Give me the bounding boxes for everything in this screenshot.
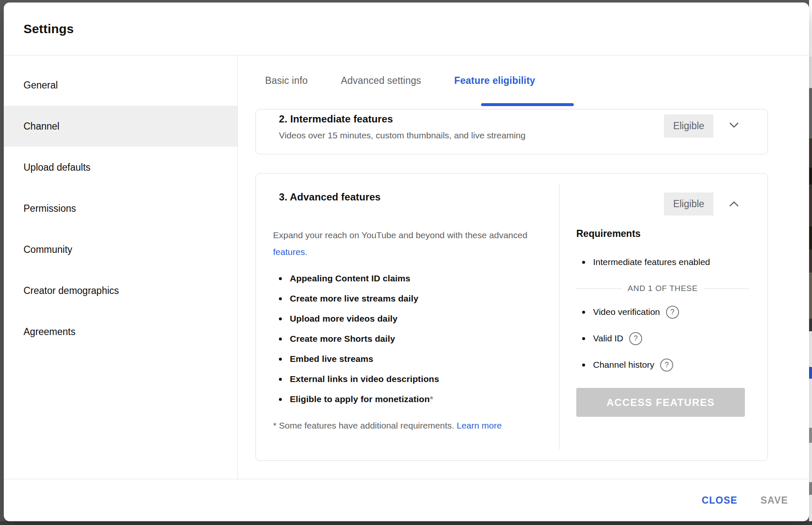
- divider-label: AND 1 OF THESE: [627, 284, 697, 293]
- sidebar-item-channel[interactable]: Channel: [4, 106, 237, 147]
- divider-line-left: [576, 288, 622, 289]
- help-icon[interactable]: ?: [666, 306, 679, 319]
- status-badge: Eligible: [664, 192, 713, 216]
- sidebar-item-label: Permissions: [23, 203, 76, 214]
- card-title: 2. Intermediate features: [279, 113, 393, 125]
- option-label: Channel history: [593, 360, 654, 370]
- tab-advanced-settings[interactable]: Advanced settings: [341, 75, 421, 86]
- description-period: .: [305, 247, 307, 257]
- channel-settings-content: Basic info Advanced settings Feature eli…: [238, 55, 809, 479]
- requirements-column: Requirements Intermediate features enabl…: [576, 228, 749, 417]
- base-requirement: Intermediate features enabled: [576, 255, 749, 269]
- monetization-asterisk: *: [430, 394, 433, 404]
- feature-label: Eligible to apply for monetization: [290, 394, 430, 404]
- feature-list-item: Upload more videos daily: [273, 309, 546, 329]
- feature-list-item: Create more live streams daily: [273, 288, 546, 309]
- sidebar-item-general[interactable]: General: [4, 65, 237, 106]
- sidebar-item-label: Community: [23, 244, 72, 255]
- feature-label: External links in video descriptions: [290, 374, 439, 384]
- advanced-feature-list: Appealing Content ID claims Create more …: [273, 268, 546, 409]
- tab-basic-info[interactable]: Basic info: [265, 75, 308, 86]
- chevron-down-icon: [727, 118, 741, 134]
- features-link[interactable]: features: [273, 247, 305, 257]
- feature-label: Appealing Content ID claims: [290, 273, 410, 283]
- card-title: 3. Advanced features: [279, 191, 381, 203]
- dialog-body: General Channel Upload defaults Permissi…: [4, 55, 809, 479]
- requirement-option-video-verification: Video verification ?: [576, 303, 749, 321]
- feature-list-item: Eligible to apply for monetization*: [273, 389, 546, 409]
- advanced-features-description-column: Expand your reach on YouTube and beyond …: [273, 227, 546, 432]
- sidebar-item-creator-demographics[interactable]: Creator demographics: [4, 270, 237, 311]
- channel-tabs: Basic info Advanced settings Feature eli…: [238, 55, 809, 106]
- sidebar-item-label: Upload defaults: [23, 162, 91, 173]
- column-divider: [559, 184, 560, 450]
- divider-line-right: [704, 288, 749, 289]
- requirements-heading: Requirements: [576, 228, 749, 239]
- feature-list-item: Appealing Content ID claims: [273, 268, 546, 288]
- feature-label: Embed live streams: [290, 354, 373, 364]
- description-text: Expand your reach on YouTube and beyond …: [273, 230, 527, 240]
- feature-list-item: Embed live streams: [273, 349, 546, 369]
- feature-label: Create more Shorts daily: [290, 334, 395, 343]
- card-subtitle: Videos over 15 minutes, custom thumbnail…: [279, 130, 526, 140]
- close-button[interactable]: CLOSE: [702, 495, 737, 506]
- requirement-label: Intermediate features enabled: [593, 257, 710, 267]
- feature-list-item: External links in video descriptions: [273, 369, 546, 389]
- background-page-sliver: [809, 0, 812, 525]
- advanced-features-description: Expand your reach on YouTube and beyond …: [273, 227, 546, 260]
- feature-label: Upload more videos daily: [290, 314, 398, 323]
- and-one-of-these-divider: AND 1 OF THESE: [576, 282, 749, 295]
- chevron-up-icon: [727, 197, 741, 213]
- access-features-button[interactable]: ACCESS FEATURES: [576, 388, 745, 417]
- sidebar-item-label: Creator demographics: [23, 285, 119, 296]
- overlay-bottom-strip: [0, 521, 812, 525]
- active-tab-underline: [481, 103, 574, 106]
- question-mark-glyph: ?: [670, 308, 674, 317]
- feature-eligibility-panel: 2. Intermediate features Videos over 15 …: [238, 106, 809, 479]
- dialog-title: Settings: [4, 22, 74, 36]
- dialog-header: Settings: [4, 3, 809, 55]
- sidebar-item-label: General: [23, 80, 58, 91]
- feature-list-item: Create more Shorts daily: [273, 329, 546, 349]
- option-label: Valid ID: [593, 333, 623, 343]
- sidebar-item-upload-defaults[interactable]: Upload defaults: [4, 147, 237, 188]
- intermediate-features-card: 2. Intermediate features Videos over 15 …: [255, 109, 768, 154]
- status-badge: Eligible: [664, 114, 713, 138]
- dialog-footer: CLOSE SAVE: [4, 479, 809, 521]
- settings-dialog: Settings General Channel Upload defaults…: [4, 3, 809, 521]
- sidebar-item-label: Channel: [23, 121, 60, 132]
- feature-label: Create more live streams daily: [290, 294, 419, 303]
- sidebar-item-label: Agreements: [23, 326, 75, 338]
- footnote-text: * Some features have additional requirem…: [273, 421, 457, 430]
- question-mark-glyph: ?: [633, 334, 638, 343]
- features-footnote: * Some features have additional requirem…: [273, 418, 538, 432]
- question-mark-glyph: ?: [664, 361, 669, 369]
- advanced-features-card: 3. Advanced features Eligible Expand you…: [255, 173, 768, 461]
- requirement-option-channel-history: Channel history ?: [576, 356, 749, 374]
- requirement-option-valid-id: Valid ID ?: [576, 329, 749, 348]
- option-label: Video verification: [593, 307, 660, 317]
- sidebar-item-permissions[interactable]: Permissions: [4, 188, 237, 229]
- tab-feature-eligibility[interactable]: Feature eligibility: [454, 75, 535, 86]
- sidebar-item-agreements[interactable]: Agreements: [4, 311, 237, 352]
- help-icon[interactable]: ?: [629, 332, 642, 345]
- sidebar-item-community[interactable]: Community: [4, 229, 237, 270]
- save-button[interactable]: SAVE: [760, 495, 788, 506]
- settings-sidebar: General Channel Upload defaults Permissi…: [4, 55, 238, 479]
- learn-more-link[interactable]: Learn more: [457, 421, 502, 430]
- collapse-card-button[interactable]: [725, 195, 743, 214]
- expand-card-button[interactable]: [725, 117, 743, 135]
- help-icon[interactable]: ?: [660, 359, 673, 372]
